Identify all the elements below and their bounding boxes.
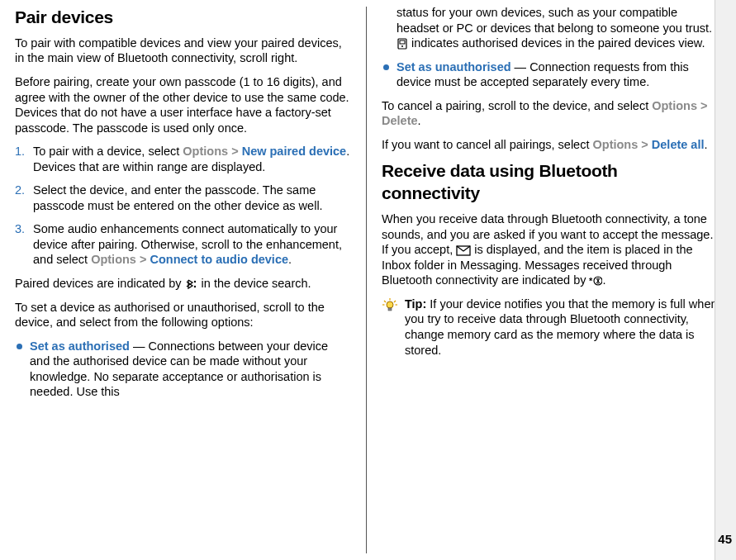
paragraph-continuation: status for your own devices, such as you… [382,5,718,51]
text: . [704,138,707,151]
tip-lightbulb-icon [382,298,398,315]
page-content: Pair devices To pair with compatible dev… [0,0,736,560]
svg-rect-3 [400,40,405,44]
column-divider [366,7,367,553]
text: in the device search. [198,277,311,290]
paragraph: To set a device as authorised or unautho… [15,300,351,330]
menu-separator: > [136,253,150,266]
menu-separator: > [228,145,242,158]
bluetooth-message-icon: * [589,275,602,287]
authorised-device-icon [396,38,408,50]
tip-paragraph: Tip: If your device notifies you that th… [405,297,718,358]
paragraph: If you want to cancel all pairings, sele… [382,137,718,153]
text: . [418,114,421,127]
list-number: 2. [15,183,25,198]
text: If your device notifies you that the mem… [405,297,718,357]
list-number: 1. [15,144,25,159]
svg-text:*: * [589,276,593,286]
text: Select the device, and enter the passcod… [33,183,323,212]
menu-option-label: Options [652,99,697,112]
text: . [288,253,292,266]
list-item: Set as unauthorised — Connection request… [382,59,718,90]
menu-option-label: Connect to audio device [150,253,288,266]
list-item: 3. Some audio enhancements connect autom… [15,221,351,268]
paragraph: Before pairing, create your own passcode… [15,74,351,135]
paragraph: When you receive data through Bluetooth … [382,211,718,288]
option-label: Set as unauthorised [396,60,511,74]
envelope-icon [456,245,471,256]
unordered-list: Set as unauthorised — Connection request… [382,59,718,90]
menu-option-label: Options [91,253,136,266]
menu-option-label: Options [183,145,228,158]
list-item: Set as authorised — Connections between … [15,339,351,400]
menu-separator: > [697,99,708,112]
left-column: Pair devices To pair with compatible dev… [15,7,363,553]
text: . [602,273,605,287]
list-number: 3. [15,221,25,237]
paragraph: Paired devices are indicated by in the d… [15,276,351,292]
heading-receive-data: Receive data using Bluetooth connectivit… [382,160,718,205]
text: If you want to cancel all pairings, sele… [382,138,593,151]
side-tab-label: Connections [733,48,736,121]
svg-point-0 [193,281,195,282]
tip-block: Tip: If your device notifies you that th… [382,297,718,366]
paragraph: To cancel a pairing, scroll to the devic… [382,98,718,129]
menu-separator: > [638,138,652,151]
paragraph: To pair with compatible devices and view… [15,36,351,66]
side-tab: Connections 45 [715,0,736,560]
menu-option-label: Delete all [652,138,705,151]
text: indicates authorised devices in the pair… [408,36,705,50]
list-item: 1. To pair with a device, select Options… [15,144,351,174]
svg-line-11 [384,301,386,302]
list-item: 2. Select the device, and enter the pass… [15,183,351,213]
tip-label: Tip: [405,297,430,311]
svg-point-8 [387,301,393,308]
page-number: 45 [718,531,732,547]
heading-pair-devices: Pair devices [15,7,351,29]
ordered-list: 1. To pair with a device, select Options… [15,144,351,268]
svg-line-12 [394,301,396,302]
menu-option-label: New paired device [242,145,347,158]
menu-option-label: Options [593,138,639,151]
right-column: status for your own devices, such as you… [370,7,726,553]
menu-option-label: Delete [382,114,418,127]
bluetooth-paired-icon [185,278,198,290]
unordered-list: Set as authorised — Connections between … [15,339,351,400]
text: To pair with a device, select [33,145,183,158]
text: status for your own devices, such as you… [396,6,712,35]
text: Paired devices are indicated by [15,277,185,290]
svg-point-1 [193,286,195,287]
option-label: Set as authorised [30,339,130,353]
text: To cancel a pairing, scroll to the devic… [382,99,652,112]
svg-rect-9 [388,308,392,311]
svg-point-4 [401,45,403,47]
